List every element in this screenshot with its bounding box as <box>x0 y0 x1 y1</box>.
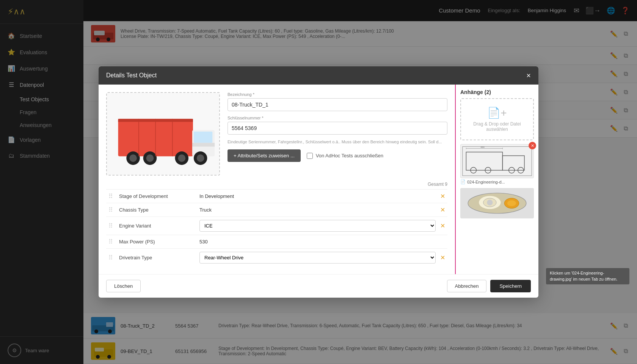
svg-point-42 <box>487 199 493 205</box>
bezeichnung-field-group: Bezeichnung * <box>228 92 447 111</box>
bezeichnung-input[interactable] <box>228 98 447 111</box>
attr-name: Drivetrain Type <box>119 255 195 260</box>
detail-modal: Details Test Object × <box>99 66 538 298</box>
attachment-thumbnail[interactable]: 4800 <box>460 144 534 178</box>
footer-right-buttons: Abbrechen Speichern <box>447 280 531 292</box>
svg-text:4800: 4800 <box>480 146 485 148</box>
schluessel-field-group: Schlüsselnummer * <box>228 116 447 135</box>
modal-overlay: Details Test Object × <box>0 0 637 364</box>
attachment-remove-button[interactable]: ✕ <box>529 142 536 149</box>
attr-row-1: ⠿ Chassis Type ✕ <box>106 203 447 217</box>
svg-point-18 <box>129 154 137 162</box>
drag-handle[interactable]: ⠿ <box>108 206 115 213</box>
attr-clear-button[interactable]: ✕ <box>440 222 445 229</box>
modal-top-row: Bezeichnung * Schlüsselnummer * Eindeuti… <box>106 92 447 176</box>
svg-point-24 <box>197 154 204 162</box>
adhoc-checkbox-row: Von AdHoc Tests ausschließen <box>307 153 383 159</box>
svg-point-20 <box>146 154 154 162</box>
modal-header: Details Test Object × <box>99 66 538 85</box>
drag-handle[interactable]: ⠿ <box>108 238 115 245</box>
attr-name: Max Power (PS) <box>119 239 195 245</box>
adhoc-checkbox[interactable] <box>307 153 313 159</box>
attributes-section: Gesamt 9 ⠿ Stage of Development ✕ ⠿ Chas… <box>106 182 447 267</box>
attr-value-input[interactable] <box>199 239 445 245</box>
schluessel-input[interactable] <box>228 122 447 135</box>
modal-body: Bezeichnung * Schlüsselnummer * Eindeuti… <box>99 85 538 274</box>
drag-handle[interactable]: ⠿ <box>108 193 115 200</box>
attachment-item-0: ✕ <box>460 144 534 184</box>
form-fields: Bezeichnung * Schlüsselnummer * Eindeuti… <box>228 92 447 176</box>
drag-handle[interactable]: ⠿ <box>108 254 115 261</box>
drag-handle[interactable]: ⠿ <box>108 222 115 229</box>
close-button[interactable]: × <box>526 72 531 79</box>
schluessel-label: Schlüsselnummer * <box>228 116 447 120</box>
svg-rect-29 <box>466 152 502 170</box>
attachments-title: Anhänge (2) <box>460 89 534 95</box>
attachment-thumbnail-2[interactable] <box>460 188 534 218</box>
attr-name: Chassis Type <box>119 207 195 213</box>
dropzone[interactable]: 📄+ Drag & Drop oder Datei auswählen <box>460 98 534 140</box>
attachment-item-1 <box>460 188 534 218</box>
attr-value-input[interactable] <box>199 193 436 199</box>
attr-row-3: ⠿ Max Power (PS) <box>106 235 447 248</box>
attr-value-input[interactable] <box>199 207 436 213</box>
attachments-panel: Anhänge (2) 📄+ Drag & Drop oder Datei au… <box>455 85 538 274</box>
attr-clear-button[interactable]: ✕ <box>440 206 445 213</box>
file-icon: 📄 <box>460 179 466 184</box>
upload-icon: 📄+ <box>465 107 529 119</box>
truck-image-box <box>106 92 220 176</box>
modal-footer: Löschen Abbrechen Speichern <box>99 274 538 298</box>
svg-point-44 <box>507 200 516 206</box>
svg-rect-28 <box>463 147 532 176</box>
attr-row-0: ⠿ Stage of Development ✕ <box>106 189 447 203</box>
modal-main-section: Bezeichnung * Schlüsselnummer * Eindeuti… <box>99 85 455 274</box>
svg-rect-15 <box>194 132 212 143</box>
attr-clear-button[interactable]: ✕ <box>440 193 445 200</box>
assign-button[interactable]: + Attribute/Sets zuweisen ... <box>228 149 301 162</box>
cancel-button[interactable]: Abbrechen <box>447 280 487 292</box>
dropzone-text: Drag & Drop oder Datei auswählen <box>465 121 529 132</box>
total-count: Gesamt 9 <box>106 182 447 187</box>
modal-title: Details Test Object <box>106 72 157 79</box>
delete-button[interactable]: Löschen <box>106 280 141 292</box>
svg-point-22 <box>178 154 185 162</box>
attr-row-2: ⠿ Engine Variant ICE BEV HEV ✕ <box>106 217 447 235</box>
bezeichnung-label: Bezeichnung * <box>228 92 447 97</box>
attr-value-select[interactable]: ICE BEV HEV <box>199 220 436 232</box>
schluessel-hint: Eindeutige Seriennummer, Fahrgestellnr.,… <box>228 139 447 145</box>
attr-name: Engine Variant <box>119 223 195 229</box>
adhoc-label: Von AdHoc Tests ausschließen <box>316 153 383 158</box>
attr-row-4: ⠿ Drivetrain Type Rear-Wheel Drive All-W… <box>106 248 447 267</box>
attr-value-select[interactable]: Rear-Wheel Drive All-Wheel Drive Front-W… <box>199 252 436 264</box>
attr-name: Stage of Development <box>119 193 195 199</box>
attachment-name: 📄 024-Engineering-d... <box>460 179 534 184</box>
attr-clear-button[interactable]: ✕ <box>440 254 445 261</box>
svg-rect-16 <box>192 143 215 147</box>
save-button[interactable]: Speichern <box>490 280 531 292</box>
